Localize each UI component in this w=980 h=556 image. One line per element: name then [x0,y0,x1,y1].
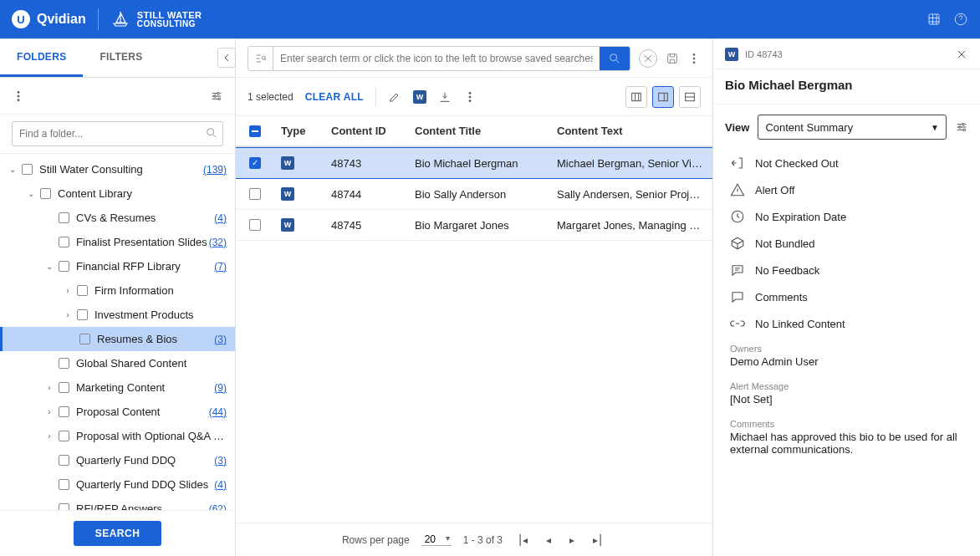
tree-item-count[interactable]: (44) [209,406,227,418]
tree-item[interactable]: ›Firm Information [0,278,235,303]
tree-checkbox[interactable] [59,431,69,441]
tree-item[interactable]: Global Shared Content [0,351,235,375]
tree-item[interactable]: ›Investment Products [0,303,235,327]
row-checkbox[interactable] [249,157,261,169]
tree-item[interactable]: ⌄Financial RFP Library(7) [0,254,235,278]
col-content-title[interactable]: Content Title [408,116,550,145]
tree-item[interactable]: ›Proposal with Optional Q&A Doc Type [0,424,235,448]
more-vertical-icon[interactable] [687,52,701,65]
status-linked[interactable]: No Linked Content [713,310,980,337]
tree-checkbox[interactable] [59,406,69,417]
tree-checkbox[interactable] [59,503,69,510]
tree-item-count[interactable]: (3) [214,455,227,467]
chevron-right-icon[interactable]: › [62,310,74,319]
tree-item-count[interactable]: (3) [214,334,227,345]
view-list-button[interactable] [679,86,701,108]
tree-checkbox[interactable] [59,479,69,490]
tree-checkbox[interactable] [59,455,69,466]
status-comments[interactable]: Comments [713,283,980,310]
grid-icon[interactable] [926,12,942,27]
tree-item-count[interactable]: (4) [214,479,227,491]
tree-checkbox[interactable] [59,261,69,272]
table-row[interactable]: W48744Bio Sally AndersonSally Andersen, … [236,179,712,210]
tree-item[interactable]: ›Marketing Content(9) [0,375,235,400]
tree-item[interactable]: Quarterly Fund DDQ(3) [0,448,235,472]
tree-checkbox[interactable] [59,237,69,247]
tree-checkbox[interactable] [40,188,51,199]
page-last-button[interactable]: ▸⎮ [590,534,606,546]
tree-item[interactable]: Quarterly Fund DDQ Slides(4) [0,472,235,497]
table-row[interactable]: W48745Bio Margaret JonesMargaret Jones, … [236,210,712,241]
view-detail-button[interactable] [652,86,674,108]
tree-item-count[interactable]: (32) [209,237,227,248]
row-checkbox[interactable] [249,188,261,200]
save-icon[interactable] [666,52,679,65]
status-feedback[interactable]: No Feedback [713,257,980,283]
tree-item[interactable]: Resumes & Bios(3) [0,327,235,351]
tree-item-count[interactable]: (7) [214,261,227,273]
saved-searches-button[interactable] [248,47,273,70]
tree-checkbox[interactable] [79,334,90,344]
page-next-button[interactable]: ▸ [566,534,578,546]
chevron-down-icon[interactable]: ⌄ [43,262,55,271]
page-prev-button[interactable]: ◂ [543,534,554,546]
tree-checkbox[interactable] [59,212,69,223]
tree-item[interactable]: RFI/RFP Answers(62) [0,497,235,510]
sliders-icon[interactable] [955,120,968,134]
sliders-icon[interactable] [210,89,223,103]
more-vertical-icon[interactable] [12,89,25,103]
view-columns-button[interactable] [625,86,647,108]
tree-checkbox[interactable] [22,164,33,175]
row-checkbox[interactable] [249,219,261,231]
search-button[interactable]: SEARCH [74,521,162,546]
tree-item[interactable]: ›Proposal Content(44) [0,400,235,424]
sidebar-collapse-button[interactable] [217,48,236,68]
tree-item[interactable]: CVs & Resumes(4) [0,206,235,230]
tree-checkbox[interactable] [77,309,88,320]
tree-item[interactable]: ⌄Still Water Consulting(139) [0,157,235,181]
tree-item-count[interactable]: (9) [214,382,227,394]
word-icon[interactable]: W [413,90,426,104]
page-first-button[interactable]: ⎮◂ [514,534,531,546]
table-row[interactable]: W48743Bio Michael BergmanMichael Bergman… [236,147,712,179]
col-content-id[interactable]: Content ID [324,116,408,145]
status-bundle[interactable]: Not Bundled [713,230,980,257]
folder-search-input[interactable] [12,121,223,146]
tree-item[interactable]: ⌄Content Library [0,181,235,206]
tree-item-count[interactable]: (4) [214,212,227,224]
search-icon[interactable] [205,126,218,140]
alert-message-label: Alert Message [730,381,963,391]
rows-per-page-select[interactable]: 20 [421,533,452,546]
cell-content-title: Bio Margaret Jones [408,211,550,240]
tab-filters[interactable]: FILTERS [83,39,159,77]
chevron-right-icon[interactable]: › [43,431,55,441]
status-expiration[interactable]: No Expiration Date [713,203,980,230]
tree-checkbox[interactable] [77,285,88,296]
tree-item-count[interactable]: (62) [209,503,227,511]
chevron-right-icon[interactable]: › [43,383,55,392]
chevron-down-icon[interactable]: ⌄ [7,165,18,174]
chevron-right-icon[interactable]: › [43,407,55,416]
tree-item-count[interactable]: (139) [203,164,227,176]
close-icon[interactable] [955,48,968,61]
clear-search-button[interactable] [639,49,657,68]
status-checkout[interactable]: Not Checked Out [713,150,980,176]
more-vertical-icon[interactable] [463,90,477,104]
status-alert[interactable]: Alert Off [713,176,980,203]
tab-folders[interactable]: FOLDERS [0,39,83,77]
edit-icon[interactable] [388,90,401,104]
select-all-checkbox[interactable] [249,125,261,137]
search-submit-button[interactable] [600,47,630,70]
col-content-text[interactable]: Content Text [550,116,712,145]
col-type[interactable]: Type [274,116,324,145]
download-icon[interactable] [438,90,452,104]
chevron-down-icon[interactable]: ⌄ [25,189,37,198]
help-icon[interactable] [953,12,968,27]
chevron-right-icon[interactable]: › [62,286,74,295]
view-select[interactable]: Content Summary ▼ [758,115,947,140]
tree-checkbox[interactable] [59,382,69,393]
tree-item[interactable]: Finalist Presentation Slides(32) [0,230,235,254]
tree-checkbox[interactable] [59,358,69,369]
global-search-input[interactable] [273,47,600,70]
clear-all-button[interactable]: CLEAR ALL [305,91,364,103]
